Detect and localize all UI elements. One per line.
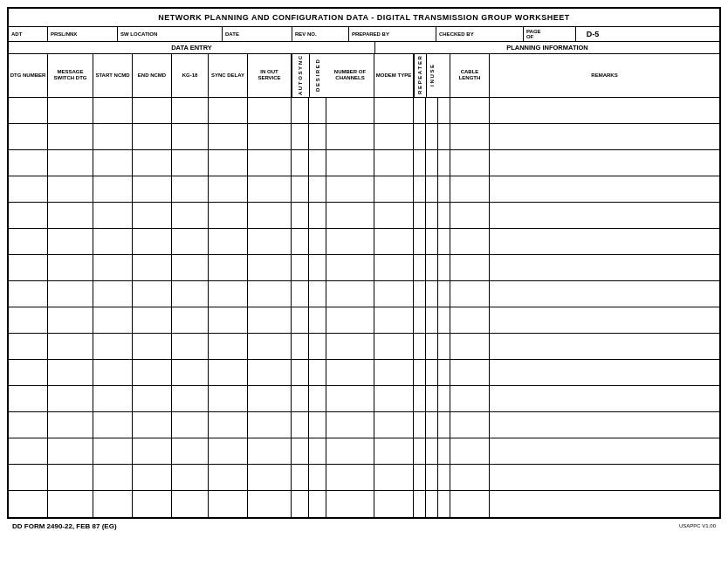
cell-modem: [374, 281, 414, 307]
col-number-channels: NUMBER OF CHANNELS: [326, 54, 374, 97]
cell-sync: [209, 438, 248, 464]
cell-end: [133, 438, 172, 464]
cell-in: [426, 491, 438, 517]
cell-in: [426, 255, 438, 280]
cell-remarks: [490, 412, 719, 438]
cell-use: [438, 255, 450, 280]
cell-kg: [172, 307, 209, 333]
cell-auto: [292, 334, 309, 359]
cell-end: [133, 386, 172, 411]
cell-rep: [414, 438, 426, 464]
cell-rep: [414, 307, 426, 333]
cell-modem: [374, 334, 414, 359]
data-rows: [9, 98, 719, 517]
cell-inout: [248, 124, 292, 149]
cell-dtg: [9, 150, 48, 176]
cell-cable: [450, 438, 490, 464]
cell-end: [133, 203, 172, 228]
cell-desired: [309, 124, 326, 149]
cell-dtg: [9, 203, 48, 228]
sw-location-label: SW LOCATION: [120, 31, 219, 37]
cell-use: [438, 281, 450, 307]
cell-sync: [209, 334, 248, 359]
cell-cable: [450, 229, 490, 254]
cell-auto: [292, 229, 309, 254]
cell-desired: [309, 255, 326, 280]
cell-auto: [292, 176, 309, 202]
cell-msg: [48, 98, 93, 123]
cell-kg: [172, 491, 209, 517]
data-entry-label: DATA ENTRY: [9, 42, 375, 53]
cell-end: [133, 229, 172, 254]
table-row: [9, 438, 719, 465]
cell-desired: [309, 438, 326, 464]
cell-kg: [172, 203, 209, 228]
cell-end: [133, 307, 172, 333]
cell-end: [133, 491, 172, 517]
cell-use: [438, 307, 450, 333]
cell-numch: [326, 281, 374, 307]
cell-rep: [414, 255, 426, 280]
checked-by-label: CHECKED BY: [439, 31, 520, 37]
cell-rep: [414, 334, 426, 359]
cell-desired: [309, 98, 326, 123]
adt-cell: ADT: [9, 27, 48, 41]
cell-end: [133, 281, 172, 307]
cell-in: [426, 203, 438, 228]
cell-rep: [414, 176, 426, 202]
cell-dtg: [9, 465, 48, 490]
cell-use: [438, 491, 450, 517]
cell-end: [133, 98, 172, 123]
table-row: [9, 491, 719, 517]
cell-msg: [48, 360, 93, 385]
cell-numch: [326, 307, 374, 333]
cell-dtg: [9, 124, 48, 149]
prsl-label: PRSL/NNX: [51, 31, 114, 37]
cell-in: [426, 360, 438, 385]
cell-inout: [248, 386, 292, 411]
cell-desired: [309, 229, 326, 254]
cell-remarks: [490, 465, 719, 490]
cell-modem: [374, 98, 414, 123]
cell-in: [426, 176, 438, 202]
cell-modem: [374, 176, 414, 202]
cell-in: [426, 386, 438, 411]
cell-rep: [414, 229, 426, 254]
cell-auto: [292, 281, 309, 307]
cell-numch: [326, 150, 374, 176]
col-desired: D E S I R E D: [309, 54, 326, 97]
cell-kg: [172, 98, 209, 123]
cell-cable: [450, 150, 490, 176]
cell-kg: [172, 229, 209, 254]
cell-remarks: [490, 386, 719, 411]
cell-in: [426, 412, 438, 438]
rev-no-cell: REV NO.: [292, 27, 349, 41]
cell-cable: [450, 386, 490, 411]
cell-rep: [414, 98, 426, 123]
table-row: [9, 98, 719, 124]
cell-modem: [374, 124, 414, 149]
cell-dtg: [9, 491, 48, 517]
sw-location-cell: SW LOCATION: [118, 27, 223, 41]
cell-dtg: [9, 255, 48, 280]
cell-use: [438, 98, 450, 123]
cell-cable: [450, 176, 490, 202]
cell-msg: [48, 334, 93, 359]
cell-use: [438, 438, 450, 464]
cell-remarks: [490, 438, 719, 464]
prepared-by-cell: PREPARED BY: [349, 27, 436, 41]
cell-desired: [309, 334, 326, 359]
date-label: DATE: [225, 31, 289, 37]
cell-remarks: [490, 360, 719, 385]
cell-kg: [172, 360, 209, 385]
cell-modem: [374, 360, 414, 385]
cell-modem: [374, 386, 414, 411]
cell-start: [93, 360, 133, 385]
table-row: [9, 203, 719, 229]
cell-desired: [309, 203, 326, 228]
col-end-ncmd: END NCMD: [133, 54, 172, 97]
cell-in: [426, 124, 438, 149]
cell-use: [438, 334, 450, 359]
cell-sync: [209, 360, 248, 385]
cell-use: [438, 203, 450, 228]
